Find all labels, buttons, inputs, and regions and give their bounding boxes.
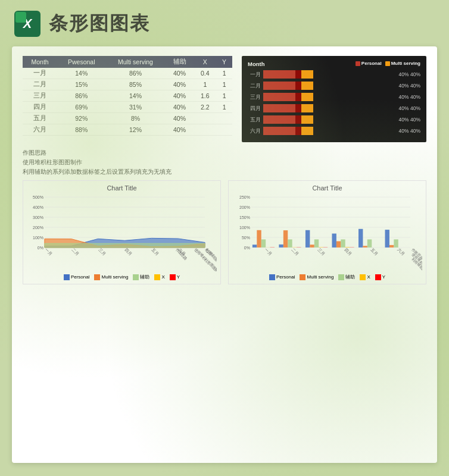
table-header-cell: Multi serving [105, 56, 165, 68]
legend-color-box [170, 274, 176, 280]
svg-rect-56 [367, 239, 372, 248]
area-chart-legend: PersonalMulti serving辅助XY [27, 274, 217, 280]
dark-chart-row: 四月40% 40% [248, 104, 420, 113]
dark-row-values: 40% 40% [385, 105, 420, 111]
svg-rect-45 [310, 245, 314, 248]
table-cell [194, 124, 217, 136]
svg-rect-57 [385, 230, 389, 248]
table-cell: 1.6 [194, 90, 217, 102]
svg-text:200%: 200% [33, 226, 43, 230]
svg-rect-55 [363, 246, 367, 248]
legend-color-box [64, 274, 70, 280]
svg-text:50%: 50% [242, 236, 250, 240]
note-line3: 利用辅助的系列添加数据标签之后设置系列填充为无填充 [23, 167, 426, 177]
legend-label: Personal [276, 274, 295, 280]
legend-color-box [300, 274, 305, 280]
dark-row-label: 四月 [248, 105, 261, 112]
legend-label: Multi serving [101, 274, 128, 280]
dark-row-label: 一月 [248, 71, 261, 79]
svg-text:100%: 100% [33, 236, 43, 240]
table-cell: 一月 [23, 68, 57, 79]
svg-text:500%: 500% [33, 195, 43, 199]
legend-item: Y [170, 274, 180, 280]
dark-bar [263, 104, 313, 112]
svg-text:三月: 三月 [317, 248, 326, 256]
svg-text:五月: 五月 [370, 248, 379, 256]
table-header-cell: 辅助 [166, 56, 194, 68]
excel-icon [14, 11, 40, 37]
svg-rect-40 [283, 230, 288, 248]
table-cell: 1 [216, 79, 232, 90]
dark-row-values: 40% 40% [385, 71, 420, 77]
note-line2: 使用堆积柱形图图制作 [23, 158, 426, 167]
table-cell: 12% [105, 124, 165, 136]
table-cell: 1 [194, 79, 217, 90]
dark-bar [263, 93, 313, 101]
top-section: MonthPwesonalMulti serving辅助XY 一月14%86%4… [23, 56, 426, 142]
legend-item: Personal [64, 274, 90, 280]
table-cell: 六月 [23, 124, 57, 136]
svg-text:四月: 四月 [124, 248, 133, 256]
dark-bar-container [263, 70, 382, 79]
table-cell: 88% [57, 124, 105, 136]
dark-row-values: 40% 40% [385, 83, 420, 89]
table-cell: 86% [57, 90, 105, 102]
legend-personal: Personal [356, 61, 382, 67]
table-cell: 15% [57, 79, 105, 90]
svg-text:一月: 一月 [44, 248, 53, 256]
svg-text:0%: 0% [38, 246, 43, 250]
bottom-section: Chart Title 0%100%200%300%400%500%一月二月三月… [23, 180, 426, 284]
table-cell: 1 [216, 68, 232, 79]
legend-label: 辅助 [140, 274, 149, 280]
table-header: MonthPwesonalMulti serving辅助XY [23, 56, 232, 68]
legend-color-box [360, 274, 366, 280]
svg-rect-36 [261, 239, 266, 248]
legend-label: X [367, 274, 370, 280]
legend-color-box [338, 274, 344, 280]
legend-item: X [360, 274, 370, 280]
table-cell [216, 113, 232, 124]
table-cell: 69% [57, 102, 105, 113]
table-cell: 1 [216, 90, 232, 102]
area-chart-svg: 0%100%200%300%400%500%一月二月三月四月五月六月七月作图思路… [27, 194, 217, 271]
table-cell: 五月 [23, 113, 57, 124]
bar-chart: 0%50%100%150%200%250%一月二月三月四月五月六月作图思路使用堆… [232, 194, 422, 271]
legend-item: Multi serving [300, 274, 333, 280]
svg-rect-39 [279, 245, 283, 248]
legend-label: 辅助 [345, 274, 355, 280]
svg-text:200%: 200% [239, 205, 250, 209]
table-cell: 二月 [23, 79, 57, 90]
dark-bar [263, 70, 313, 79]
table-row: 一月14%86%40%0.41 [23, 68, 232, 79]
table-row: 五月92%8%40% [23, 113, 232, 124]
dark-row-label: 三月 [248, 93, 261, 101]
legend-label: Personal [71, 274, 90, 280]
table-row: 四月69%31%40%2.21 [23, 102, 232, 113]
table-cell: 2.2 [194, 102, 217, 113]
dark-chart-header: Month Personal Multi serving [248, 61, 420, 67]
table-body: 一月14%86%40%0.41二月15%85%40%11三月86%14%40%1… [23, 68, 232, 136]
table-cell: 14% [57, 68, 105, 79]
svg-text:三月: 三月 [98, 248, 107, 256]
dark-chart-rows: 一月40% 40%二月40% 40%三月40% 40%四月40% 40%五月40… [248, 70, 420, 136]
table-cell [194, 113, 217, 124]
svg-text:一月: 一月 [264, 248, 273, 256]
table-cell: 四月 [23, 102, 57, 113]
svg-text:0%: 0% [244, 246, 250, 250]
svg-text:250%: 250% [239, 195, 250, 199]
dark-chart-row: 五月40% 40% [248, 115, 420, 124]
table-cell: 85% [105, 79, 165, 90]
table-cell: 31% [105, 102, 165, 113]
svg-rect-49 [332, 234, 336, 248]
legend-item: X [154, 274, 164, 280]
svg-rect-41 [288, 239, 292, 248]
dark-row-values: 40% 40% [385, 117, 420, 123]
svg-text:二月: 二月 [291, 248, 300, 256]
table-cell: 92% [57, 113, 105, 124]
table-header-cell: X [194, 56, 217, 68]
table-cell: 40% [166, 124, 194, 136]
dark-chart-month-label: Month [248, 61, 265, 67]
bar-chart-svg: 0%50%100%150%200%250%一月二月三月四月五月六月作图思路使用堆… [232, 194, 422, 271]
dark-row-values: 40% 40% [385, 128, 420, 134]
dark-row-label: 五月 [248, 116, 261, 124]
